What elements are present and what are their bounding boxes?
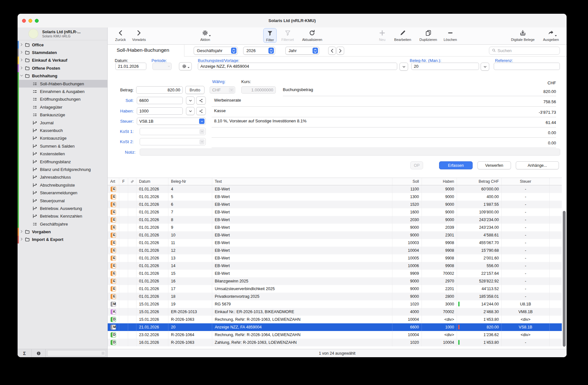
minimize-button[interactable] — [28, 19, 32, 23]
close-button[interactable] — [22, 19, 26, 23]
table-row[interactable]: E01.01.202615EB-Wert99097000222’157.64- — [108, 270, 562, 277]
toolbar-aktualisieren-button[interactable]: Aktualisieren — [302, 28, 322, 42]
sidebar-item-offene-posten[interactable]: Offene Posten — [18, 64, 107, 72]
erfassen-button[interactable]: Erfassen — [439, 161, 473, 169]
column-header-pad[interactable] — [550, 178, 562, 185]
sidebar-item-einkauf-verkauf[interactable]: Einkauf & Verkauf — [18, 57, 107, 64]
sidebar-item-anlagegüter[interactable]: Anlagegüter — [18, 103, 107, 111]
brutto-button[interactable]: Brutto — [185, 86, 205, 94]
sidebar-item-journal[interactable]: Journal — [18, 119, 107, 127]
column-header-haben[interactable]: Haben — [422, 178, 457, 185]
table-row[interactable]: E01.01.202613EB-Wert1000599082’001.60- — [108, 254, 562, 262]
chevron-down-icon[interactable] — [19, 73, 24, 79]
table-row[interactable]: E01.01.202616Bilanzgewinn 20259000297052… — [108, 277, 562, 285]
sidebar-item-kassenbuch[interactable]: Kassenbuch — [18, 127, 107, 134]
sidebar-item-stammdaten[interactable]: Stammdaten — [18, 49, 107, 56]
sidebar-item-abschreibungsliste[interactable]: Abschreibungsliste — [18, 181, 107, 189]
vorlage-gear-button[interactable] — [179, 62, 192, 70]
sidebar-item-bilanz-und-erfolgsrechnung[interactable]: Bilanz und Erfolgsrechnung — [18, 166, 107, 173]
sidebar-item-kostenstellen[interactable]: Kostenstellen — [18, 150, 107, 158]
sidebar-item-jahresabschluss[interactable]: Jahresabschluss — [18, 173, 107, 181]
period-select[interactable]: Jahr — [285, 47, 319, 55]
prev-button[interactable] — [328, 47, 336, 55]
table-row[interactable]: E01.01.202617Umsatzsteuerverbindlichkeit… — [108, 285, 562, 293]
verwerfen-button[interactable]: Verwerfen — [477, 161, 511, 169]
kost1-select[interactable] — [140, 128, 206, 135]
column-header-soll[interactable]: Soll — [392, 178, 422, 185]
table-row[interactable]: E01.01.20269EB-Wert90002039243’234.00- — [108, 224, 562, 231]
datum-input[interactable] — [115, 63, 146, 70]
sidebar-item-import-export[interactable]: Import & Export — [18, 236, 107, 243]
column-header-beleg[interactable]: Beleg-Nr — [168, 178, 212, 185]
toolbar-loeschen-button[interactable]: Löschen — [444, 28, 457, 42]
sidebar-item-soll-haben-buchungen[interactable]: Soll-/Haben-Buchungen — [18, 80, 107, 88]
zoom-button[interactable] — [35, 19, 39, 23]
soll-input[interactable] — [137, 97, 183, 104]
next-button[interactable] — [337, 47, 344, 55]
toolbar-aktion-button[interactable]: Aktion — [200, 28, 210, 42]
sidebar-item-eröffnungsbilanz[interactable]: Eröffnungsbilanz — [18, 158, 107, 166]
table-row[interactable]: M21.01.202620Anzeige NZZ, FA 48590046600… — [108, 323, 562, 331]
table-row[interactable]: E01.01.202612EB-Wert10004990815’790.68- — [108, 247, 562, 254]
toolbar-bearbeiten-button[interactable]: Bearbeiten — [394, 28, 411, 42]
chevron-right-icon[interactable] — [19, 50, 24, 55]
table-row[interactable]: E01.01.202610EB-Wert900023014’588.61- — [108, 231, 562, 239]
table-row[interactable]: E01.01.20267EB-Wert16009000109’800.00- — [108, 208, 562, 216]
buchungstext-dropdown-button[interactable] — [399, 63, 408, 71]
column-header-betrag[interactable]: Betrag CHF — [457, 178, 502, 185]
chevron-right-icon[interactable] — [19, 237, 24, 242]
sidebar-item-betriebsw-auswertung[interactable]: Betriebsw. Auswertung — [18, 204, 107, 212]
haben-input[interactable] — [137, 107, 183, 115]
table-row[interactable]: E01.01.20265EB-Wert13009000400.00- — [108, 193, 562, 201]
table-row[interactable]: D23.02.2026R-2026-1064Rechnung, ReNr: R-… — [108, 331, 562, 339]
table-row[interactable]: E01.01.20266EB-Wert152090001’887.55- — [108, 201, 562, 208]
sidebar-item-vorgaben[interactable]: Vorgaben — [18, 228, 107, 235]
periode-select[interactable] — [152, 63, 172, 70]
info-button[interactable] — [32, 349, 46, 357]
table-row[interactable]: E01.01.202614EB-Wert100069908556.00- — [108, 262, 562, 270]
search-input[interactable] — [498, 48, 557, 53]
anhaenge-button[interactable]: Anhänge... — [516, 161, 559, 169]
kost2-select[interactable] — [140, 138, 206, 145]
betrag-input[interactable] — [136, 86, 183, 94]
toolbar-ausgeben-button[interactable]: Ausgeben — [543, 28, 559, 42]
table-row[interactable]: E01.01.20268EB-Wert20309000243’234.00- — [108, 216, 562, 224]
belegnr-input[interactable] — [411, 63, 479, 70]
table-row[interactable]: E01.01.202611EB-Wert100039908455’067.70- — [108, 239, 562, 247]
fiscal-select[interactable]: Geschäftsjahr — [194, 47, 238, 55]
sidebar-item-steueranmeldungen[interactable]: Steueranmeldungen — [18, 189, 107, 196]
haben-share-button[interactable] — [196, 107, 206, 115]
table-row[interactable]: E01.01.20264EB-Wert1100900060’000.00- — [108, 185, 562, 193]
chevron-right-icon[interactable] — [19, 42, 24, 48]
sidebar-item-betriebsw-kennzahlen[interactable]: Betriebsw. Kennzahlen — [18, 212, 107, 220]
sidebar-item-buchhaltung[interactable]: Buchhaltung — [18, 72, 107, 80]
toolbar-filter-button[interactable]: Filter — [263, 28, 277, 43]
haben-dropdown-button[interactable] — [186, 107, 195, 115]
sidebar-item-steuerjournal[interactable]: Steuerjournal — [18, 197, 107, 204]
toolbar-vorwaerts-button[interactable]: Vorwärts — [132, 28, 146, 42]
toolbar-digitale-belege-button[interactable]: Digitale Belege — [511, 28, 535, 42]
kurs-input[interactable]: 1.00000000 — [241, 86, 276, 94]
account-panel[interactable]: Solaris Ltd (nRLR-... Solaris KMU nRLG — [18, 27, 107, 40]
chevron-right-icon[interactable] — [19, 58, 24, 63]
referenz-input[interactable] — [494, 63, 560, 70]
sidebar-item-geschäftsjahre[interactable]: Geschäftsjahre — [18, 220, 107, 228]
year-select[interactable]: 2026 — [243, 47, 275, 55]
table-row[interactable]: K15.01.2026ER-2026-1013Einkauf Nr.: ER-2… — [108, 308, 562, 316]
steuer-select[interactable]: VS8.1B — [137, 118, 206, 125]
column-header-art[interactable]: Art — [108, 178, 119, 185]
toolbar-duplizieren-button[interactable]: Duplizieren — [419, 28, 437, 42]
column-header-f[interactable]: F — [119, 178, 128, 185]
belegnr-dropdown-button[interactable] — [481, 63, 489, 71]
table-row[interactable]: M15.01.202619RG 56791020300014’244.00U8.… — [108, 300, 562, 308]
buchungstext-input[interactable] — [198, 63, 397, 70]
sidebar-item-bankauszüge[interactable]: Bankauszüge — [18, 111, 107, 119]
column-header-text[interactable]: Text — [212, 178, 392, 185]
sidebar-item-kontoauszüge[interactable]: Kontoauszüge — [18, 135, 107, 142]
waehrung-select[interactable]: CHF — [210, 86, 235, 94]
soll-share-button[interactable] — [196, 96, 206, 104]
scrollbar[interactable] — [563, 211, 566, 347]
chevron-right-icon[interactable] — [19, 229, 24, 235]
soll-dropdown-button[interactable] — [186, 96, 195, 104]
drag-handle-icon[interactable] — [102, 352, 104, 355]
